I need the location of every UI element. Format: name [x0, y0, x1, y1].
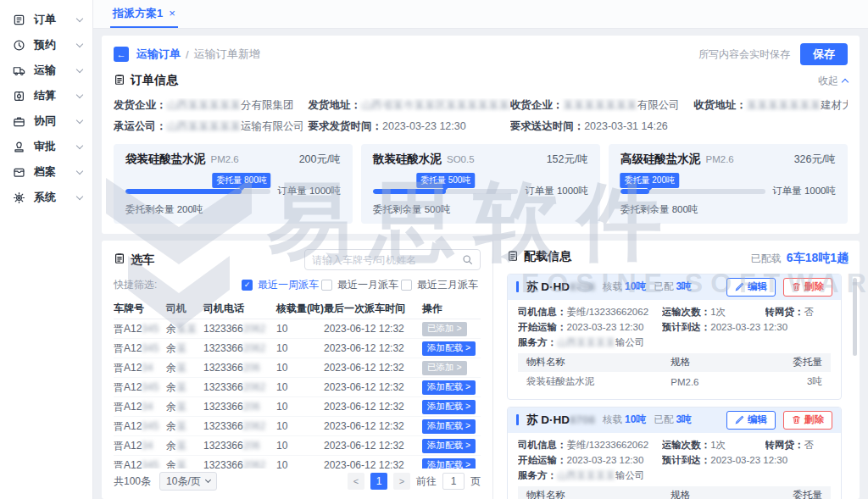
- already-added-button[interactable]: 已添加 >: [422, 322, 467, 336]
- page-content: ← 运输订单 / 运输订单新增 所写内容会实时保存 保存 订单信息 收: [93, 29, 868, 499]
- prev-page-button[interactable]: <: [348, 473, 364, 490]
- driver-cell: 余某: [166, 341, 203, 356]
- add-load-button[interactable]: 添加配载 >: [422, 458, 476, 469]
- add-load-button[interactable]: 添加配载 >: [422, 400, 476, 414]
- archive-icon: [13, 165, 26, 179]
- quick-filters: 快捷筛选: 最近一周派车 最近一月派车 最近三月派车: [114, 278, 481, 292]
- order-quantity: 订单量 1000吨: [525, 185, 588, 197]
- field-value: 1次: [710, 440, 726, 450]
- sidebar-item-system[interactable]: 系统: [0, 185, 92, 210]
- material-table: 物料名称规格委托量 袋装硅酸盐水泥PM2.63吨: [518, 486, 831, 499]
- delete-button[interactable]: 删除: [783, 411, 832, 430]
- redacted-value: 山西省某市某某区某某某某某某某某某: [361, 99, 510, 111]
- back-button[interactable]: ←: [114, 47, 129, 62]
- goto-page-input[interactable]: [442, 473, 465, 490]
- load-card: 苏 D·HD8708 核载10吨 已配3吨 编辑 删除 司机信息：姜维/1323…: [507, 407, 842, 499]
- close-icon[interactable]: ×: [169, 7, 175, 19]
- section-title: 订单信息: [131, 73, 178, 88]
- search-input[interactable]: [312, 254, 462, 266]
- sidebar-item-settle[interactable]: 结算: [0, 83, 92, 108]
- column-header: 最后一次派车时间: [324, 302, 422, 316]
- dispatch-time-cell: 2023-06-12 12:32: [324, 342, 422, 354]
- material-column-header: 物料名称: [526, 356, 670, 369]
- loaded-summary-label: 已配载: [751, 252, 782, 266]
- product-name: 袋装硅酸盐水泥: [125, 152, 206, 167]
- tab-bar: 指派方案1 ×: [93, 0, 868, 29]
- table-row: 晋A12345 余某 13233662062 10 2023-06-12 12:…: [114, 378, 481, 397]
- filter-checkbox[interactable]: 最近一月派车: [321, 278, 401, 292]
- next-page-button[interactable]: >: [393, 473, 410, 490]
- load-card: 苏 D·HD8708 核载10吨 已配3吨 编辑 删除 司机信息：姜维/1323…: [507, 274, 842, 400]
- tooltip-arrow: [443, 188, 448, 191]
- save-button[interactable]: 保存: [800, 43, 848, 65]
- table-row: 晋A12345 余某某 13233662062 10 2023-06-12 12…: [114, 319, 481, 339]
- phone-cell: 13233662062: [203, 420, 276, 432]
- plate-cell: 晋A1234: [114, 400, 166, 414]
- field-label: 收货地址：: [693, 99, 747, 111]
- load-card-fields: 司机信息：姜维/13233662062 运输次数：1次 转网贷：否 开始运输：2…: [518, 304, 831, 350]
- tooltip-arrow: [647, 188, 652, 191]
- field-value: 否: [804, 440, 815, 450]
- sidebar-item-order[interactable]: 订单: [0, 7, 92, 32]
- sidebar-item-collab[interactable]: 协同: [0, 108, 92, 134]
- edit-button[interactable]: 编辑: [726, 411, 776, 430]
- field-label: 服务方：: [518, 337, 557, 347]
- chevron-down-icon: [76, 40, 83, 47]
- main-area: 指派方案1 × ← 运输订单 / 运输订单新增 所写内容会实时保存 保存: [93, 0, 868, 499]
- accent-bar: [516, 281, 519, 292]
- dispatch-time-cell: 2023-06-12 12:32: [324, 401, 422, 413]
- filter-label: 最近一周派车: [258, 278, 319, 292]
- settle-icon: [13, 89, 26, 103]
- accent-bar: [516, 414, 519, 425]
- already-added-button[interactable]: 已添加 >: [422, 361, 467, 375]
- current-page-button[interactable]: 1: [370, 473, 387, 490]
- field-value: 2023-03-23 12:30: [567, 455, 644, 465]
- edit-button[interactable]: 编辑: [726, 278, 776, 297]
- collapse-toggle[interactable]: 收起: [818, 74, 848, 88]
- operation-cell: 添加配载 >: [422, 380, 481, 395]
- add-load-button[interactable]: 添加配载 >: [422, 419, 476, 434]
- clipboard-icon: [114, 252, 125, 267]
- add-load-button[interactable]: 添加配载 >: [422, 439, 476, 453]
- page-size-value: 10条/页: [166, 474, 201, 489]
- add-load-button[interactable]: 添加配载 >: [422, 341, 476, 356]
- material-column-header: 规格: [670, 356, 771, 369]
- operation-cell: 添加配载 >: [422, 419, 481, 434]
- product-price: 200元/吨: [299, 152, 341, 167]
- chevron-down-icon: [76, 65, 83, 72]
- delete-button[interactable]: 删除: [783, 278, 832, 297]
- scrollbar-thumb[interactable]: [853, 278, 857, 356]
- field-value: 2023-03-23 12:30: [382, 120, 466, 132]
- filter-checkbox[interactable]: 最近三月派车: [401, 278, 481, 292]
- field-value: 有限公司: [637, 99, 680, 111]
- sidebar-item-clock[interactable]: 预约: [0, 32, 92, 58]
- info-field: 收货企业：某某某某某某某有限公司: [510, 98, 694, 113]
- product-name: 散装硅酸水泥: [373, 152, 442, 167]
- load-card-header: 苏 D·HD8708 核载10吨 已配3吨 编辑 删除: [508, 408, 841, 433]
- consigned-tooltip: 委托量 200吨: [620, 173, 679, 188]
- add-load-button[interactable]: 添加配载 >: [422, 380, 476, 395]
- field-label: 开始运输：: [518, 322, 567, 332]
- breadcrumb-parent[interactable]: 运输订单: [136, 47, 181, 62]
- order-quantity: 订单量 1000吨: [772, 185, 836, 197]
- sidebar-item-truck[interactable]: 运输: [0, 58, 92, 83]
- table-row: 晋A1234 余某 1323366206 10 2023-06-12 12:32…: [114, 436, 481, 456]
- tab-assign-plan[interactable]: 指派方案1 ×: [110, 0, 178, 28]
- page-size-select[interactable]: 10条/页: [159, 472, 217, 491]
- material-column-header: 规格: [670, 489, 771, 499]
- field-value: 建材大厦: [821, 99, 848, 111]
- field-value: 1次: [710, 307, 726, 317]
- field-label: 转网贷：: [765, 440, 804, 450]
- collapse-label: 收起: [818, 74, 838, 88]
- sidebar: 订单 预约 运输 结算 协同 审批 档案 系统: [0, 0, 93, 499]
- sidebar-item-archive[interactable]: 档案: [0, 159, 92, 185]
- sidebar-item-approve[interactable]: 审批: [0, 134, 92, 159]
- trash-icon: [792, 415, 801, 424]
- field-value: 2023-03-23 12:30: [710, 455, 787, 465]
- vehicle-table: 车牌号司机司机电话核载量(吨)最后一次派车时间操作 晋A12345 余某某 13…: [114, 299, 481, 469]
- redacted-value: 山西某某某某某: [167, 99, 242, 111]
- checkbox-icon: [401, 280, 412, 291]
- info-field: 要求送达时间：2023-03-31 14:26: [510, 119, 694, 134]
- filter-checkbox[interactable]: 最近一周派车: [242, 278, 321, 292]
- table-row: 晋A12345 余某 13233662062 10 2023-06-12 12:…: [114, 456, 481, 469]
